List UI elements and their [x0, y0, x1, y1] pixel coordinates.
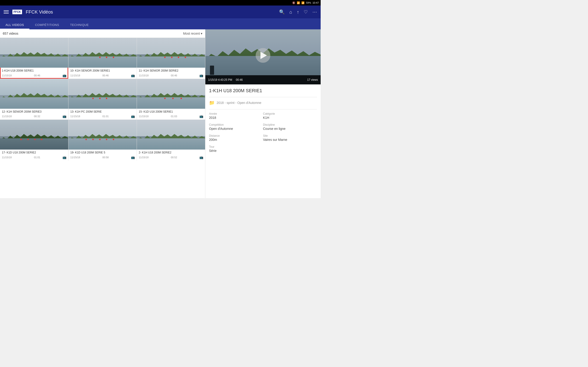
hamburger-menu[interactable]: [4, 10, 9, 14]
video-duration-2: 00:46: [103, 74, 109, 77]
video-thumbnail-8: [69, 120, 137, 150]
video-thumbnail-9: [137, 120, 205, 150]
video-card-7[interactable]: 17- K1D U18 200M SERIE2 11/15/18 01:01 📺: [0, 120, 68, 161]
video-info-1: 1-K1H U18 200M SERIE1 11/15/18 00:46 📺: [0, 68, 68, 79]
video-info-7: 17- K1D U18 200M SERIE2 11/15/18 01:01 📺: [0, 150, 68, 161]
search-icon[interactable]: 🔍: [279, 9, 285, 15]
video-duration-7: 01:01: [34, 156, 40, 159]
tv-icon-7: 📺: [62, 156, 66, 159]
home-icon[interactable]: ⌂: [289, 9, 292, 15]
tab-competitions[interactable]: COMPÉTITIONS: [29, 23, 65, 29]
tab-all-videos[interactable]: ALL VIDEOS: [0, 23, 29, 29]
video-title-4: 12- K1H SENIOR 200M SERIE3: [2, 110, 66, 114]
meta-competition-value: Open d'Automne: [209, 127, 263, 131]
video-meta-5: 11/15/18 01:01 📺: [70, 115, 135, 118]
video-info-6: 15- K1D U18 200M SERIE1 11/15/18 01:03 📺: [137, 109, 205, 120]
meta-discipline-value: Course en ligne: [263, 127, 317, 131]
detail-meta-grid: Année 2018 Catégorie K1H Compétition Ope…: [209, 112, 317, 152]
app-logo: FFCK: [12, 10, 22, 14]
meta-distance-label: Distance: [209, 134, 263, 137]
video-list-panel: 657 videos Most recent ▾ 1-K1H U18 200M …: [0, 29, 205, 198]
video-title-8: 19- K1D U18 200M SERIE 5: [70, 151, 135, 155]
meta-tour: Tour Série: [209, 145, 263, 152]
video-info-8: 19- K1D U18 200M SERIE 5 11/15/18 00:58 …: [69, 150, 137, 161]
video-thumbnail-5: [69, 79, 137, 109]
video-count: 657 videos: [3, 32, 18, 35]
video-info-9: 2- K1H U18 200M SERIE2 11/15/18 00:52 📺: [137, 150, 205, 161]
video-card-4[interactable]: 12- K1H SENIOR 200M SERIE3 11/15/18 00:3…: [0, 79, 68, 120]
meta-categorie-value: K1H: [263, 116, 317, 119]
tv-icon-3: 📺: [199, 74, 203, 77]
meta-discipline: Discipline Course en ligne: [263, 123, 317, 131]
play-button[interactable]: [256, 48, 270, 63]
battery-level: 59%: [306, 1, 311, 4]
video-title-6: 15- K1D U18 200M SERIE1: [139, 110, 203, 114]
video-thumbnail-4: [0, 79, 68, 109]
meta-categorie-label: Catégorie: [263, 112, 317, 115]
video-title-9: 2- K1H U18 200M SERIE2: [139, 151, 203, 155]
tv-icon-8: 📺: [131, 156, 135, 159]
meta-site: Site Vaires sur Marne: [263, 134, 317, 142]
video-thumbnail-2: [69, 38, 137, 68]
video-duration-3: 00:46: [171, 74, 177, 77]
video-meta-4: 11/15/18 00:32 📺: [2, 115, 66, 118]
video-duration-8: 00:58: [103, 156, 109, 159]
video-date-5: 11/15/18: [70, 115, 80, 118]
video-meta-1: 11/15/18 00:46 📺: [2, 74, 66, 77]
video-card-8[interactable]: 19- K1D U18 200M SERIE 5 11/15/18 00:58 …: [69, 120, 137, 161]
video-card-2[interactable]: 10- K1H SENIOR 200M SERIE1 11/15/18 00:4…: [69, 38, 137, 79]
battery-icon: 🔇: [292, 1, 295, 4]
video-card-6[interactable]: 15- K1D U18 200M SERIE1 11/15/18 01:03 📺: [137, 79, 205, 120]
meta-annee-label: Année: [209, 112, 263, 115]
video-meta-9: 11/15/18 00:52 📺: [139, 156, 203, 159]
tv-icon-6: 📺: [199, 115, 203, 118]
video-card-1[interactable]: 1-K1H U18 200M SERIE1 11/15/18 00:46 📺: [0, 38, 68, 79]
meta-site-label: Site: [263, 134, 317, 137]
video-title-7: 17- K1D U18 200M SERIE2: [2, 151, 66, 155]
signal-icon: 📶: [301, 1, 304, 4]
video-count-bar: 657 videos Most recent ▾: [0, 29, 205, 38]
detail-video-date: 1/15/19 4:43:25 PM: [208, 78, 232, 81]
video-duration-1: 00:46: [34, 74, 40, 77]
video-title-5: 13- K1H PC 200M SERIE: [70, 110, 135, 114]
detail-divider-2: [209, 109, 317, 109]
main-content: 657 videos Most recent ▾ 1-K1H U18 200M …: [0, 29, 321, 198]
detail-video-player[interactable]: 1/15/19 4:43:25 PM 00:46 17 views: [205, 29, 321, 84]
more-icon[interactable]: ⋯: [312, 9, 317, 15]
share-icon[interactable]: ↑: [297, 9, 299, 15]
sort-button[interactable]: Most recent ▾: [183, 32, 202, 35]
tv-icon-2: 📺: [131, 74, 135, 77]
video-meta-3: 11/15/18 00:46 📺: [139, 74, 203, 77]
time-display: 10:47: [312, 1, 319, 4]
video-title-1: 1-K1H U18 200M SERIE1: [2, 69, 66, 73]
video-date-3: 11/15/18: [139, 74, 149, 77]
video-title-2: 10- K1H SENIOR 200M SERIE1: [70, 69, 135, 73]
tab-technique[interactable]: TECHNIQUE: [65, 23, 94, 29]
video-date-6: 11/15/18: [139, 115, 149, 118]
video-thumbnail-6: [137, 79, 205, 109]
meta-annee-value: 2018: [209, 116, 263, 119]
detail-collection-name: 2018 - sprint - Open d'Automne: [216, 101, 261, 105]
video-duration-6: 01:03: [171, 115, 177, 118]
meta-competition: Compétition Open d'Automne: [209, 123, 263, 131]
video-meta-6: 11/15/18 01:03 📺: [139, 115, 203, 118]
video-card-5[interactable]: 13- K1H PC 200M SERIE 11/15/18 01:01 📺: [69, 79, 137, 120]
video-meta-8: 11/15/18 00:58 📺: [70, 156, 135, 159]
video-info-4: 12- K1H SENIOR 200M SERIE3 11/15/18 00:3…: [0, 109, 68, 120]
meta-distance-value: 200m: [209, 138, 263, 142]
wifi-icon: 📶: [297, 1, 300, 4]
video-title-3: 11- K1H SENIOR 200M SERIE2: [139, 69, 203, 73]
detail-video-bar: 1/15/19 4:43:25 PM 00:46 17 views: [205, 75, 321, 84]
meta-annee: Année 2018: [209, 112, 263, 119]
detail-video-duration: 00:46: [236, 78, 243, 81]
video-meta-2: 11/15/18 00:46 📺: [70, 74, 135, 77]
video-card-9[interactable]: 2- K1H U18 200M SERIE2 11/15/18 00:52 📺: [137, 120, 205, 161]
tv-icon-1: 📺: [62, 74, 66, 77]
video-date-9: 11/15/18: [139, 156, 149, 159]
tv-icon-4: 📺: [62, 115, 66, 118]
video-card-3[interactable]: 11- K1H SENIOR 200M SERIE2 11/15/18 00:4…: [137, 38, 205, 79]
detail-video-views: 17 views: [307, 78, 318, 81]
favorite-icon[interactable]: ♡: [304, 9, 308, 15]
status-bar: 🔇 📶 📶 59% 10:47: [0, 0, 321, 6]
video-info-5: 13- K1H PC 200M SERIE 11/15/18 01:01 📺: [69, 109, 137, 120]
